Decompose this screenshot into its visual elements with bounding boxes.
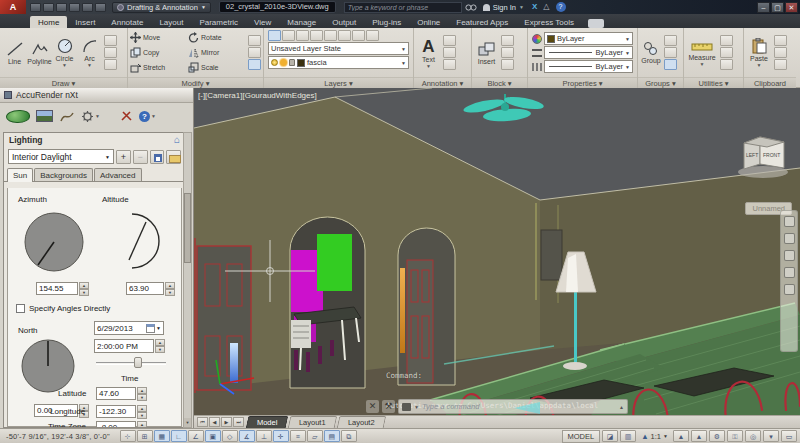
minimize-button[interactable]: –	[757, 2, 770, 13]
lineweight-dropdown[interactable]: ByLayer▼	[544, 46, 633, 59]
line-tool[interactable]: Line	[2, 41, 27, 65]
time-input[interactable]: 2:00:00 PM	[94, 339, 154, 353]
layer-lock-icon[interactable]	[352, 30, 365, 41]
copy-clip-icon[interactable]	[774, 47, 787, 58]
lighting-preset-dropdown[interactable]: Interior Daylight▼	[8, 149, 114, 164]
layer-color-swatch[interactable]	[297, 59, 305, 67]
search-input[interactable]	[344, 2, 462, 13]
quick-calc-icon[interactable]	[720, 59, 733, 70]
selection-cycling-icon[interactable]: ⧉	[341, 430, 357, 442]
fillet-tool-icon[interactable]	[248, 47, 261, 58]
home-icon[interactable]: ⌂	[174, 134, 180, 146]
paste-tool[interactable]: Paste ▼	[746, 38, 772, 67]
render-icon[interactable]	[6, 110, 30, 123]
match-properties-icon[interactable]	[774, 59, 787, 70]
annotation-visibility-icon[interactable]: ▲	[673, 430, 689, 442]
3d-object-snap-icon[interactable]: ◇	[222, 430, 238, 442]
groups-panel-label[interactable]: Groups ▾	[638, 77, 683, 88]
mirror-tool[interactable]: Mirror	[188, 47, 246, 58]
color-wheel-icon[interactable]	[532, 34, 542, 44]
linetype-icon[interactable]	[532, 63, 542, 71]
object-snap-icon[interactable]: ▣	[205, 430, 221, 442]
object-color-dropdown[interactable]: ByLayer▼	[544, 32, 633, 45]
layers-panel-label[interactable]: Layers ▾	[264, 77, 413, 88]
polyline-tool[interactable]: Polyline	[27, 41, 52, 65]
timezone-input[interactable]: -8.00	[96, 421, 136, 428]
close-button[interactable]: ✕	[785, 2, 798, 13]
first-layout-icon[interactable]: ⏮	[197, 417, 208, 427]
coordinate-readout[interactable]: -50'-7 9/16", 192'-4 3/8", 0'-0"	[0, 432, 116, 441]
azimuth-dial[interactable]	[20, 208, 88, 276]
group-selection-icon[interactable]	[664, 59, 677, 70]
text-tool[interactable]: A Text ▼	[416, 38, 441, 68]
tab-featured-apps[interactable]: Featured Apps	[448, 16, 516, 28]
block-attributes-icon[interactable]	[501, 59, 514, 70]
circle-tool[interactable]: Circle ▼	[52, 38, 77, 67]
scroll-down-icon[interactable]: ▼	[184, 418, 191, 427]
tools-icon[interactable]	[120, 110, 133, 122]
specify-angles-checkbox[interactable]	[16, 304, 25, 313]
navigation-bar[interactable]	[780, 210, 798, 352]
infer-constraints-icon[interactable]: ⊹	[120, 430, 136, 442]
trim-tool-icon[interactable]	[248, 35, 261, 46]
workspace-dropdown[interactable]: Drafting & Annotation ▼	[112, 2, 211, 13]
hatch-tool-icon[interactable]	[104, 59, 117, 70]
time-slider-thumb[interactable]	[134, 357, 142, 368]
orbit-icon[interactable]	[784, 267, 795, 278]
altitude-spinner[interactable]: ▲▼	[165, 282, 175, 296]
ungroup-icon[interactable]	[664, 35, 677, 46]
id-point-icon[interactable]	[720, 35, 733, 46]
drawing-viewport[interactable]: [-][Camera1][GouraudWithEdges] LEFT FRON…	[194, 88, 800, 428]
customize-wrench-icon[interactable]: ⚒	[382, 400, 395, 413]
quick-view-layouts-icon[interactable]: ◪	[602, 430, 618, 442]
dynamic-ucs-icon[interactable]: ⊥	[256, 430, 272, 442]
pan-icon[interactable]	[784, 233, 795, 244]
tab-layout[interactable]: Layout	[151, 16, 191, 28]
plot-icon[interactable]	[69, 3, 80, 12]
altitude-input[interactable]: 63.90	[126, 282, 164, 295]
leader-tool-icon[interactable]	[443, 47, 456, 58]
latitude-spinner[interactable]: ▲▼	[137, 387, 147, 401]
lineweight-icon[interactable]	[532, 49, 542, 57]
toolbar-lock-icon[interactable]: ⚿	[727, 430, 743, 442]
longitude-input[interactable]: -122.30	[96, 405, 136, 418]
render-image-icon[interactable]	[36, 110, 53, 122]
group-edit-icon[interactable]	[664, 47, 677, 58]
sign-in-button[interactable]: Sign In ▼	[483, 3, 524, 12]
altitude-dial[interactable]	[120, 210, 174, 272]
clean-screen-icon[interactable]: ▭	[781, 430, 797, 442]
full-navigation-wheel-icon[interactable]	[784, 216, 795, 227]
object-snap-tracking-icon[interactable]: ∡	[239, 430, 255, 442]
grid-display-icon[interactable]: ▦	[154, 430, 170, 442]
tab-model[interactable]: Model	[246, 416, 289, 428]
settings-dropdown[interactable]: ▼	[81, 110, 100, 123]
quick-select-icon[interactable]	[720, 47, 733, 58]
polar-tracking-icon[interactable]: ∠	[188, 430, 204, 442]
remove-preset-button[interactable]: −	[133, 150, 148, 164]
close-commandline-icon[interactable]: ✕	[366, 400, 379, 413]
arc-tool[interactable]: Arc ▼	[77, 38, 102, 67]
model-space-button[interactable]: MODEL	[562, 430, 601, 443]
tab-sun[interactable]: Sun	[7, 168, 33, 182]
time-slider[interactable]	[96, 362, 166, 365]
redo-icon[interactable]	[95, 3, 106, 12]
layer-state-dropdown[interactable]: Unsaved Layer State▼	[268, 42, 409, 55]
layer-thaw-sun-icon[interactable]	[280, 59, 287, 66]
dimension-tool-icon[interactable]	[443, 35, 456, 46]
block-panel-label[interactable]: Block ▾	[472, 77, 527, 88]
cut-icon[interactable]	[774, 35, 787, 46]
current-layer-dropdown[interactable]: fascia▼	[268, 56, 409, 69]
snap-mode-icon[interactable]: ⊞	[137, 430, 153, 442]
tab-output[interactable]: Output	[324, 16, 364, 28]
layer-on-bulb-icon[interactable]	[271, 59, 278, 66]
insert-tool[interactable]: Insert	[474, 41, 499, 65]
maximize-button[interactable]: ▢	[771, 2, 784, 13]
scrollbar-thumb[interactable]	[184, 193, 191, 263]
new-icon[interactable]	[30, 3, 41, 12]
measure-tool[interactable]: Measure ▼	[686, 40, 718, 66]
layer-unlock-icon[interactable]	[366, 30, 379, 41]
annotation-panel-label[interactable]: Annotation ▾	[414, 77, 471, 88]
rectangle-tool-icon[interactable]	[104, 35, 117, 46]
tab-home[interactable]: Home	[30, 16, 67, 28]
linetype-dropdown[interactable]: ByLayer▼	[544, 60, 633, 73]
